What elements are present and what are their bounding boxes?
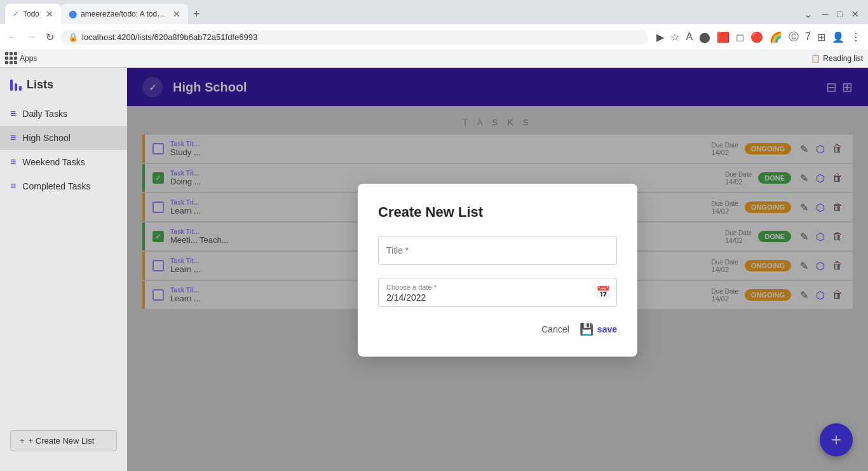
reading-list-icon: 📋: [811, 54, 820, 63]
app-layout: Lists ≡ Daily Tasks ≡ High School ≡ Week…: [0, 68, 868, 471]
create-new-list-button[interactable]: + + Create New List: [10, 430, 117, 451]
address-bar[interactable]: 🔒 localhost:4200/lists/620a8f9b6ab72a51f…: [60, 30, 648, 44]
apps-button[interactable]: Apps: [5, 52, 37, 64]
list-icon-highschool: ≡: [10, 132, 16, 144]
close-button[interactable]: ✕: [848, 8, 863, 20]
ext6-icon[interactable]: 7: [803, 29, 813, 44]
list-icon-daily: ≡: [10, 108, 16, 119]
ext5-icon[interactable]: Ⓒ: [787, 29, 801, 46]
sidebar-footer: + + Create New List: [0, 420, 127, 461]
tab-title-todo: Todo: [23, 10, 39, 18]
github-icon[interactable]: ⬤: [697, 29, 712, 45]
back-button[interactable]: ←: [5, 29, 20, 45]
tab-favicon-todo: ✓: [13, 10, 19, 18]
maximize-button[interactable]: □: [834, 8, 846, 20]
sidebar-item-completed[interactable]: ≡ Completed Tasks: [0, 174, 127, 198]
reading-list-button[interactable]: 📋 Reading list: [811, 54, 863, 63]
tab-todo[interactable]: ✓ Todo ✕: [5, 4, 61, 24]
save-label: save: [597, 324, 617, 334]
logo-bar-2: [15, 83, 17, 91]
cast-icon[interactable]: ▶: [654, 29, 666, 45]
modal-actions: Cancel 💾 save: [378, 322, 617, 336]
minimize-button[interactable]: ─: [818, 8, 832, 20]
logo-bar-3: [19, 86, 22, 91]
address-bar-row: ← → ↻ 🔒 localhost:4200/lists/620a8f9b6ab…: [0, 24, 868, 50]
sidebar-item-highschool[interactable]: ≡ High School: [0, 126, 127, 150]
translate-icon[interactable]: A: [684, 29, 695, 44]
toolbar-icons: ▶ ☆ A ⬤ 🟥 ◻ 🔴 🌈 Ⓒ 7 ⊞ 👤 ⋮: [654, 29, 863, 46]
apps-dots-icon: [5, 52, 17, 64]
modal-overlay: Create New List Choose a date * 📅 Cancel…: [127, 68, 868, 471]
apps-label: Apps: [20, 54, 37, 63]
list-icon-weekend: ≡: [10, 156, 16, 168]
puzzle-icon[interactable]: ⊞: [815, 29, 827, 45]
cancel-button[interactable]: Cancel: [541, 324, 569, 334]
window-controls: ─ □ ✕: [818, 8, 863, 20]
calendar-icon[interactable]: 📅: [596, 285, 610, 299]
list-icon-completed: ≡: [10, 181, 16, 192]
ext4-icon[interactable]: 🌈: [768, 29, 784, 45]
title-input[interactable]: [378, 236, 617, 265]
title-field: [378, 236, 617, 265]
main-content: ✓ High School ⊟ ⊞ T A S K S Task Tit... …: [127, 68, 868, 471]
ext2-icon[interactable]: ◻: [734, 29, 746, 45]
plus-icon: +: [20, 436, 25, 446]
tab-bar: ✓ Todo ✕ ⬤ ameerezae/todo: A todo ... ✕ …: [0, 0, 868, 24]
tab-overflow-button[interactable]: ⌄: [800, 8, 816, 20]
tab-close-todo[interactable]: ✕: [46, 9, 53, 19]
date-field: Choose a date * 📅: [378, 278, 617, 307]
avatar-icon[interactable]: 👤: [830, 29, 846, 45]
tab-github[interactable]: ⬤ ameerezae/todo: A todo ... ✕: [61, 4, 188, 24]
new-tab-button[interactable]: +: [188, 8, 205, 21]
bookmark-icon[interactable]: ☆: [668, 29, 681, 45]
reload-button[interactable]: ↻: [43, 29, 57, 46]
address-text: localhost:4200/lists/620a8f9b6ab72a51fdf…: [82, 32, 641, 42]
ext3-icon[interactable]: 🔴: [749, 29, 765, 45]
date-field-wrapper: Choose a date * 📅: [378, 278, 617, 307]
sidebar-item-label-highschool: High School: [22, 133, 71, 143]
sidebar-item-label-weekend: Weekend Tasks: [22, 157, 85, 167]
tab-favicon-github: ⬤: [69, 10, 77, 18]
sidebar-header: Lists: [0, 78, 127, 102]
create-new-list-label: + Create New List: [29, 436, 95, 446]
sidebar-item-label-completed: Completed Tasks: [22, 181, 90, 191]
sidebar-title: Lists: [27, 78, 53, 92]
date-input[interactable]: [386, 291, 588, 304]
ext1-icon[interactable]: 🟥: [715, 29, 731, 45]
reading-list-label: Reading list: [823, 54, 863, 63]
sidebar-item-daily[interactable]: ≡ Daily Tasks: [0, 102, 127, 126]
menu-icon[interactable]: ⋮: [849, 29, 863, 45]
bookmarks-bar: Apps 📋 Reading list: [0, 50, 868, 67]
lock-icon: 🔒: [68, 32, 78, 42]
logo-bar-1: [10, 79, 13, 91]
sidebar: Lists ≡ Daily Tasks ≡ High School ≡ Week…: [0, 68, 127, 471]
browser-chrome: ✓ Todo ✕ ⬤ ameerezae/todo: A todo ... ✕ …: [0, 0, 868, 68]
save-button[interactable]: 💾 save: [580, 322, 617, 336]
sidebar-logo: [10, 79, 22, 91]
create-new-list-modal: Create New List Choose a date * 📅 Cancel…: [358, 184, 637, 357]
forward-button[interactable]: →: [24, 29, 39, 45]
modal-title: Create New List: [378, 204, 617, 221]
date-field-label: Choose a date *: [386, 283, 609, 291]
sidebar-item-weekend[interactable]: ≡ Weekend Tasks: [0, 150, 127, 174]
tab-title-github: ameerezae/todo: A todo ...: [81, 10, 166, 18]
save-icon: 💾: [580, 322, 593, 336]
sidebar-item-label-daily: Daily Tasks: [22, 109, 67, 119]
tab-close-github[interactable]: ✕: [173, 9, 180, 19]
